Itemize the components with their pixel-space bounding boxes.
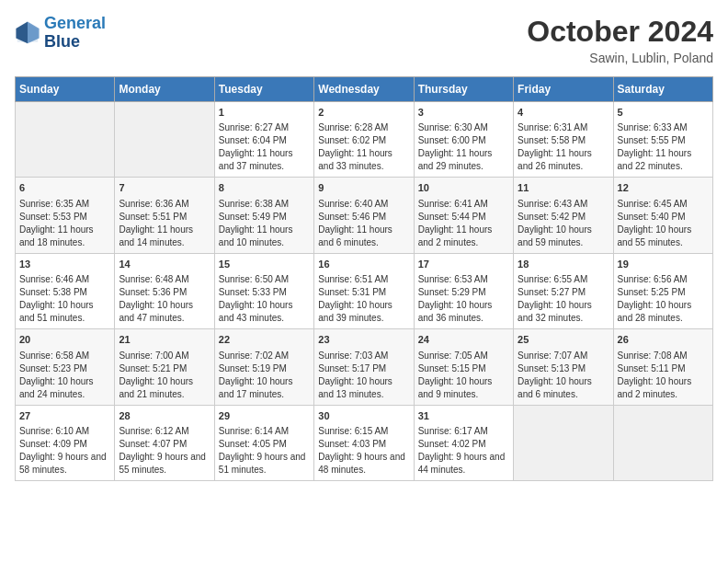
sunset: Sunset: 5:25 PM — [618, 287, 686, 297]
sunset: Sunset: 5:15 PM — [418, 363, 486, 373]
weekday-header-row: SundayMondayTuesdayWednesdayThursdayFrid… — [16, 77, 713, 102]
day-number: 26 — [618, 333, 709, 347]
daylight: Daylight: 10 hours and 36 minutes. — [418, 300, 493, 323]
calendar-body: 1 Sunrise: 6:27 AM Sunset: 6:04 PM Dayli… — [16, 102, 713, 481]
sunset: Sunset: 5:19 PM — [219, 363, 287, 373]
sunrise: Sunrise: 6:41 AM — [418, 199, 488, 209]
calendar-cell: 7 Sunrise: 6:36 AM Sunset: 5:51 PM Dayli… — [115, 178, 214, 253]
daylight: Daylight: 10 hours and 39 minutes. — [318, 300, 392, 323]
day-number: 9 — [318, 181, 409, 195]
sunset: Sunset: 4:09 PM — [19, 439, 87, 449]
day-number: 29 — [219, 409, 310, 423]
sunrise: Sunrise: 7:02 AM — [219, 350, 289, 361]
calendar-cell: 8 Sunrise: 6:38 AM Sunset: 5:49 PM Dayli… — [214, 178, 313, 253]
sunrise: Sunrise: 6:17 AM — [418, 426, 488, 436]
sunset: Sunset: 5:49 PM — [219, 212, 287, 222]
sunrise: Sunrise: 6:43 AM — [518, 199, 587, 209]
daylight: Daylight: 10 hours and 59 minutes. — [518, 224, 592, 247]
day-number: 15 — [219, 258, 310, 271]
sunrise: Sunrise: 6:27 AM — [219, 122, 289, 132]
sunset: Sunset: 5:31 PM — [318, 287, 386, 297]
daylight: Daylight: 11 hours and 6 minutes. — [318, 224, 392, 247]
page-header: General Blue October 2024 Sawin, Lublin,… — [15, 15, 713, 65]
daylight: Daylight: 9 hours and 48 minutes. — [318, 452, 405, 475]
daylight: Daylight: 10 hours and 28 minutes. — [618, 300, 692, 323]
weekday-wednesday: Wednesday — [314, 77, 414, 102]
sunrise: Sunrise: 6:53 AM — [418, 274, 488, 284]
weekday-friday: Friday — [514, 77, 613, 102]
calendar-cell: 5 Sunrise: 6:33 AM Sunset: 5:55 PM Dayli… — [613, 102, 712, 178]
logo: General Blue — [15, 15, 106, 52]
sunrise: Sunrise: 7:07 AM — [518, 350, 587, 361]
calendar-cell: 4 Sunrise: 6:31 AM Sunset: 5:58 PM Dayli… — [514, 102, 613, 178]
sunrise: Sunrise: 6:45 AM — [618, 199, 688, 209]
day-number: 7 — [119, 181, 210, 195]
day-number: 2 — [318, 106, 409, 120]
day-number: 20 — [19, 333, 110, 347]
day-number: 6 — [19, 181, 110, 195]
sunset: Sunset: 5:38 PM — [19, 287, 87, 297]
sunrise: Sunrise: 6:33 AM — [618, 122, 688, 132]
day-number: 13 — [19, 258, 110, 271]
daylight: Daylight: 10 hours and 43 minutes. — [219, 300, 293, 323]
location: Sawin, Lublin, Poland — [527, 51, 713, 65]
sunset: Sunset: 6:00 PM — [418, 135, 486, 145]
logo-text: General Blue — [44, 15, 106, 52]
calendar-cell: 25 Sunrise: 7:07 AM Sunset: 5:13 PM Dayl… — [514, 329, 613, 405]
sunrise: Sunrise: 6:10 AM — [19, 426, 89, 436]
calendar-cell — [16, 102, 115, 178]
day-number: 12 — [618, 181, 709, 195]
calendar-cell: 27 Sunrise: 6:10 AM Sunset: 4:09 PM Dayl… — [16, 405, 115, 480]
sunrise: Sunrise: 6:58 AM — [19, 350, 89, 361]
calendar-cell: 17 Sunrise: 6:53 AM Sunset: 5:29 PM Dayl… — [414, 253, 513, 328]
daylight: Daylight: 9 hours and 51 minutes. — [219, 452, 306, 475]
calendar-week-2: 6 Sunrise: 6:35 AM Sunset: 5:53 PM Dayli… — [16, 178, 713, 253]
calendar-cell: 19 Sunrise: 6:56 AM Sunset: 5:25 PM Dayl… — [613, 253, 712, 328]
calendar-cell: 26 Sunrise: 7:08 AM Sunset: 5:11 PM Dayl… — [613, 329, 712, 405]
daylight: Daylight: 11 hours and 33 minutes. — [318, 148, 392, 171]
weekday-monday: Monday — [115, 77, 214, 102]
sunrise: Sunrise: 7:08 AM — [618, 350, 688, 361]
sunset: Sunset: 6:04 PM — [219, 135, 287, 145]
calendar-cell: 31 Sunrise: 6:17 AM Sunset: 4:02 PM Dayl… — [414, 405, 513, 480]
sunrise: Sunrise: 6:35 AM — [19, 199, 89, 209]
sunrise: Sunrise: 6:50 AM — [219, 274, 289, 284]
daylight: Daylight: 10 hours and 51 minutes. — [19, 300, 94, 323]
calendar-cell: 15 Sunrise: 6:50 AM Sunset: 5:33 PM Dayl… — [214, 253, 313, 328]
day-number: 3 — [418, 106, 509, 120]
sunrise: Sunrise: 6:48 AM — [119, 274, 188, 284]
day-number: 25 — [518, 333, 609, 347]
daylight: Daylight: 9 hours and 58 minutes. — [19, 452, 107, 475]
day-number: 4 — [518, 106, 609, 120]
day-number: 8 — [219, 181, 310, 195]
sunset: Sunset: 5:29 PM — [418, 287, 486, 297]
daylight: Daylight: 10 hours and 24 minutes. — [19, 376, 94, 399]
title-area: October 2024 Sawin, Lublin, Poland — [527, 15, 713, 65]
calendar-cell: 16 Sunrise: 6:51 AM Sunset: 5:31 PM Dayl… — [314, 253, 414, 328]
daylight: Daylight: 10 hours and 6 minutes. — [518, 376, 592, 399]
sunset: Sunset: 5:23 PM — [19, 363, 87, 373]
sunset: Sunset: 5:11 PM — [618, 363, 686, 373]
daylight: Daylight: 10 hours and 55 minutes. — [618, 224, 692, 247]
sunset: Sunset: 4:02 PM — [418, 439, 486, 449]
daylight: Daylight: 9 hours and 44 minutes. — [418, 452, 506, 475]
day-number: 22 — [219, 333, 310, 347]
day-number: 23 — [318, 333, 409, 347]
calendar-cell: 20 Sunrise: 6:58 AM Sunset: 5:23 PM Dayl… — [16, 329, 115, 405]
calendar-cell: 3 Sunrise: 6:30 AM Sunset: 6:00 PM Dayli… — [414, 102, 513, 178]
sunset: Sunset: 5:27 PM — [518, 287, 586, 297]
calendar-cell: 1 Sunrise: 6:27 AM Sunset: 6:04 PM Dayli… — [214, 102, 313, 178]
sunset: Sunset: 5:58 PM — [518, 135, 586, 145]
calendar-cell: 30 Sunrise: 6:15 AM Sunset: 4:03 PM Dayl… — [314, 405, 414, 480]
day-number: 1 — [219, 106, 310, 120]
daylight: Daylight: 10 hours and 32 minutes. — [518, 300, 592, 323]
sunset: Sunset: 5:13 PM — [518, 363, 586, 373]
sunset: Sunset: 5:55 PM — [618, 135, 686, 145]
sunset: Sunset: 5:53 PM — [19, 212, 87, 222]
day-number: 28 — [119, 409, 210, 423]
sunrise: Sunrise: 6:36 AM — [119, 199, 188, 209]
sunrise: Sunrise: 6:51 AM — [318, 274, 388, 284]
weekday-thursday: Thursday — [414, 77, 513, 102]
day-number: 17 — [418, 258, 509, 271]
daylight: Daylight: 10 hours and 21 minutes. — [119, 376, 193, 399]
